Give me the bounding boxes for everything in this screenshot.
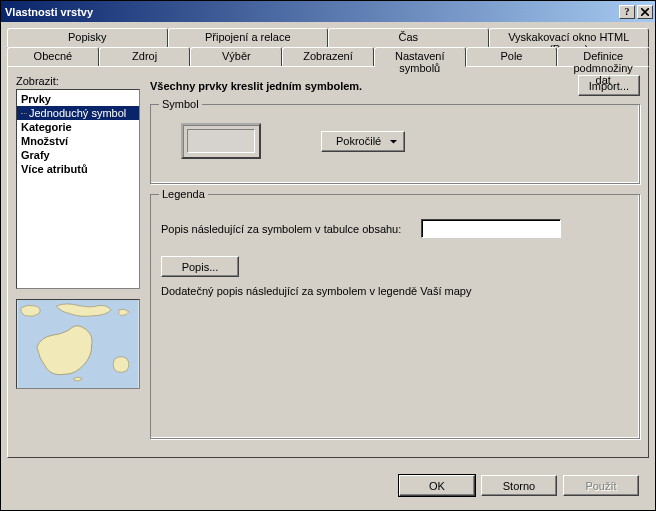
map-preview-image bbox=[17, 300, 139, 388]
symbol-fieldset: Symbol Pokročilé bbox=[150, 104, 640, 184]
tab-vyber[interactable]: Výběr bbox=[190, 47, 282, 66]
close-icon bbox=[641, 8, 649, 16]
legend-description-text: Dodatečný popis následující za symbolem … bbox=[161, 285, 629, 297]
content-area: Popisky Připojení a relace Čas Vyskakova… bbox=[1, 22, 655, 510]
tab-definice[interactable]: Definice podmnožiny dat bbox=[557, 47, 649, 66]
tab-row-2: Obecné Zdroj Výběr Zobrazení Nastavení s… bbox=[7, 47, 649, 66]
titlebar-buttons bbox=[619, 5, 653, 19]
tab-popisky[interactable]: Popisky bbox=[7, 28, 168, 47]
tab-nastaveni-symbolu[interactable]: Nastavení symbolů bbox=[374, 47, 466, 67]
close-button[interactable] bbox=[637, 5, 653, 19]
advanced-button[interactable]: Pokročilé bbox=[321, 131, 405, 152]
left-column: Zobrazit: Prvky Jednoduchý symbol Katego… bbox=[16, 75, 140, 449]
tree-jednoduchy-symbol[interactable]: Jednoduchý symbol bbox=[17, 106, 139, 120]
legend-fieldset-legend: Legenda bbox=[159, 188, 208, 200]
tree-prvky[interactable]: Prvky bbox=[17, 92, 139, 106]
advanced-button-label: Pokročilé bbox=[336, 135, 381, 147]
description-button[interactable]: Popis... bbox=[161, 256, 239, 277]
tab-pripojeni[interactable]: Připojení a relace bbox=[168, 28, 329, 47]
titlebar: Vlastnosti vrstvy bbox=[1, 1, 655, 22]
legend-fieldset: Legenda Popis následující za symbolem v … bbox=[150, 194, 640, 439]
symbol-fieldset-legend: Symbol bbox=[159, 98, 202, 110]
legend-label: Popis následující za symbolem v tabulce … bbox=[161, 223, 401, 235]
map-preview bbox=[16, 299, 140, 389]
tab-zobrazeni[interactable]: Zobrazení bbox=[282, 47, 374, 66]
tab-cas[interactable]: Čas bbox=[328, 28, 489, 47]
tab-popup[interactable]: Vyskakovací okno HTML (Popup) bbox=[489, 28, 650, 47]
show-label: Zobrazit: bbox=[16, 75, 140, 87]
chevron-down-icon bbox=[389, 137, 398, 146]
tab-pole[interactable]: Pole bbox=[466, 47, 558, 66]
tree-grafy[interactable]: Grafy bbox=[17, 148, 139, 162]
tab-panel: Zobrazit: Prvky Jednoduchý symbol Katego… bbox=[7, 66, 649, 458]
title-text: Vlastnosti vrstvy bbox=[5, 6, 619, 18]
help-button[interactable] bbox=[619, 5, 635, 19]
symbology-tree[interactable]: Prvky Jednoduchý symbol Kategorie Množst… bbox=[16, 89, 140, 289]
symbol-selector-button[interactable] bbox=[181, 123, 261, 159]
apply-button[interactable]: Použít bbox=[563, 475, 639, 496]
right-column: Všechny prvky kreslit jedním symbolem. I… bbox=[150, 75, 640, 449]
tab-zdroj[interactable]: Zdroj bbox=[99, 47, 191, 66]
tab-row-1: Popisky Připojení a relace Čas Vyskakova… bbox=[7, 28, 649, 47]
tree-mnozstvi[interactable]: Množství bbox=[17, 134, 139, 148]
legend-label-input[interactable] bbox=[421, 219, 561, 238]
panel-heading: Všechny prvky kreslit jedním symbolem. bbox=[150, 80, 578, 92]
tab-obecne[interactable]: Obecné bbox=[7, 47, 99, 66]
cancel-button[interactable]: Storno bbox=[481, 475, 557, 496]
tabs-area: Popisky Připojení a relace Čas Vyskakova… bbox=[7, 28, 649, 467]
dialog-footer: OK Storno Použít bbox=[7, 467, 649, 504]
dialog-window: Vlastnosti vrstvy Popisky Připojení a re… bbox=[0, 0, 656, 511]
tree-vice-atributu[interactable]: Více atributů bbox=[17, 162, 139, 176]
tree-kategorie[interactable]: Kategorie bbox=[17, 120, 139, 134]
symbol-swatch bbox=[187, 129, 255, 153]
ok-button[interactable]: OK bbox=[399, 475, 475, 496]
